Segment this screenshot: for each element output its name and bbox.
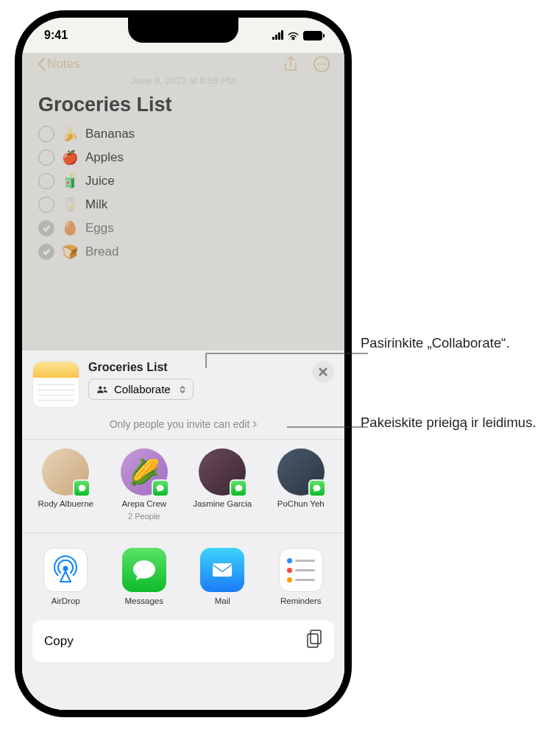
permissions-row[interactable]: Only people you invite can edit: [22, 414, 344, 439]
share-sheet: Groceries List Collaborate: [22, 351, 344, 710]
airdrop-icon: [43, 548, 88, 592]
mail-cell[interactable]: Mail: [183, 548, 262, 605]
contact-name: PoChun Yeh: [277, 499, 325, 509]
svg-point-4: [99, 386, 102, 389]
chevron-right-icon: [252, 420, 257, 428]
contact-subtitle: 2 People: [128, 512, 160, 521]
share-sheet-title: Groceries List: [88, 361, 303, 374]
people-icon: [96, 384, 108, 395]
reminders-icon: [279, 548, 323, 592]
contact-cell[interactable]: Rody Albuerne: [26, 448, 105, 521]
apps-row: AirDrop Messages Mail: [22, 533, 344, 616]
messages-cell[interactable]: Messages: [105, 548, 184, 605]
chevron-updown-icon: [180, 386, 185, 393]
notch: [128, 18, 238, 43]
svg-point-6: [63, 566, 68, 571]
wifi-icon: [287, 31, 300, 40]
messages-badge-icon: [73, 479, 91, 497]
airdrop-cell[interactable]: AirDrop: [26, 548, 105, 605]
close-button[interactable]: [312, 361, 334, 383]
callout-collaborate: Pasirinkite „Collaborate“.: [361, 334, 510, 353]
contacts-row: Rody Albuerne🌽Arepa Crew2 PeopleJasmine …: [22, 439, 344, 533]
copy-icon: [306, 630, 322, 652]
iphone-frame: 9:41 Notes June 9, 2022 at 8:58 PM: [15, 10, 352, 717]
messages-badge-icon: [308, 479, 326, 497]
note-thumbnail: [32, 361, 79, 408]
svg-rect-9: [308, 634, 318, 647]
messages-badge-icon: [152, 479, 169, 497]
notes-app-background: 9:41 Notes June 9, 2022 at 8:58 PM: [22, 18, 344, 710]
contact-cell[interactable]: Jasmine Garcia: [183, 448, 262, 521]
svg-point-5: [104, 387, 106, 389]
mail-icon: [200, 548, 244, 592]
contact-cell[interactable]: PoChun Yeh: [262, 448, 341, 521]
messages-badge-icon: [230, 479, 247, 497]
battery-icon: [303, 31, 322, 40]
cell-signal-icon: [272, 31, 283, 40]
svg-rect-7: [213, 563, 232, 577]
contact-cell[interactable]: 🌽Arepa Crew2 People: [105, 448, 184, 521]
collaborate-selector[interactable]: Collaborate: [88, 378, 194, 400]
status-time: 9:41: [44, 29, 68, 42]
screen: 9:41 Notes June 9, 2022 at 8:58 PM: [22, 18, 344, 710]
messages-icon: [122, 548, 166, 592]
contact-name: Rody Albuerne: [38, 499, 93, 509]
copy-action[interactable]: Copy: [32, 620, 334, 662]
contact-name: Arepa Crew: [121, 499, 166, 509]
dim-overlay: [22, 53, 344, 351]
contact-name: Jasmine Garcia: [193, 499, 252, 509]
reminders-cell[interactable]: Reminders: [262, 548, 341, 605]
callout-permissions: Pakeiskite prieigą ir leidimus.: [361, 414, 536, 432]
svg-rect-8: [311, 630, 321, 644]
